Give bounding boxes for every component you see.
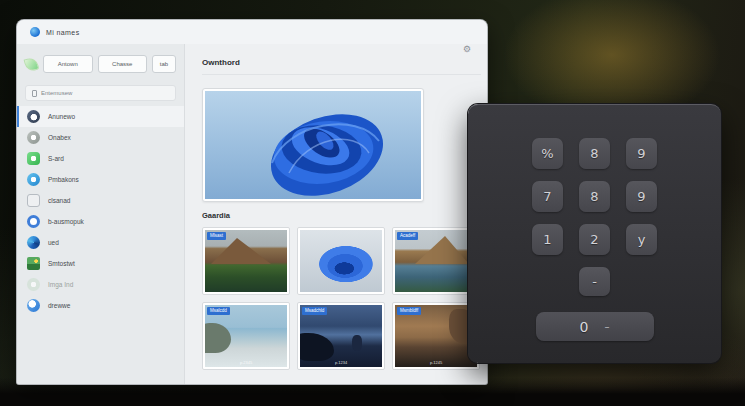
leaf-icon [24,56,40,72]
gallery-thumbnail-canyon: Msmbldff p.1245 [395,305,477,367]
sidebar-item[interactable]: Anunewo [17,106,184,127]
numpad-panel: % 8 9 7 8 9 1 2 y - 0 – [468,104,721,363]
filter-icon [32,90,37,97]
thumbnail-caption: p.2345 [240,361,252,365]
page-title: Ownthord [202,50,481,75]
sidebar-tab-row: Antown Chasse tab [17,50,184,78]
key-9[interactable]: 9 [626,181,657,212]
gallery-item[interactable]: Msalcdd p.2345 [202,302,290,370]
numpad-keys: % 8 9 7 8 9 1 2 y - [532,138,657,296]
tab-second[interactable]: Chasse [98,55,148,73]
sidebar-item-label: drewwe [48,302,70,309]
gallery-item[interactable]: Msadchld p.1234 [297,302,385,370]
sidebar-item[interactable]: ued [17,232,184,253]
faded-check-icon [27,278,40,291]
key-minus[interactable]: - [579,267,610,296]
sidebar-item[interactable]: drewwe [17,295,184,316]
ring-icon [27,215,40,228]
sidebar-item-label: Onabex [48,134,71,141]
gallery-item[interactable]: Mlsast [202,227,290,295]
sidebar-item[interactable]: clsanad [17,190,184,211]
gallery-item[interactable] [297,227,385,295]
sidebar-item-label: Pmbakons [48,176,79,183]
sidebar-item-label: S-ard [48,155,64,162]
thumbnail-badge: Msalcdd [207,307,230,315]
key-zero-label: 0 [580,319,589,335]
tab-more[interactable]: tab [152,55,176,73]
thumbnail-caption: p.1245 [430,361,442,365]
sidebar-item-label: Anunewo [48,113,75,120]
sidebar-item[interactable]: S-ard [17,148,184,169]
thumbnail-badge: Acadeff [397,232,418,240]
settings-window: Mi names ⚙ Antown Chasse tab Entemusew A… [17,20,487,384]
gallery-thumbnail-lake: Acadeff [395,230,477,292]
sidebar-nav-list: Anunewo Onabex S-ard Pmbakons clsanad [17,106,184,316]
app-logo-icon [30,27,40,37]
key-dash-label: – [604,321,609,332]
key-1[interactable]: 1 [532,224,563,255]
search-input[interactable]: Entemusew [25,85,176,101]
browser-icon [27,236,40,249]
sidebar-item-label: b-ausmopuk [48,218,84,225]
thumbnail-badge: Msadchld [302,307,327,315]
key-9-top[interactable]: 9 [626,138,657,169]
key-2[interactable]: 2 [579,224,610,255]
thumbnail-caption: p.1234 [335,361,347,365]
camera-icon [27,131,40,144]
key-8-top[interactable]: 8 [579,138,610,169]
gallery-thumbnail-blue-swirl [300,230,382,292]
window-body: Antown Chasse tab Entemusew Anunewo Onab… [17,44,487,384]
key-zero-wide[interactable]: 0 – [536,312,654,341]
globe-icon [27,299,40,312]
green-app-icon [27,152,40,165]
cloud-icon [27,110,40,123]
key-8[interactable]: 8 [579,181,610,212]
window-title: Mi names [46,29,80,36]
sidebar-item[interactable]: Pmbakons [17,169,184,190]
thumbnail-badge: Msmbldff [397,307,421,315]
tab-first[interactable]: Antown [43,55,93,73]
titlebar: Mi names [17,20,487,44]
key-percent[interactable]: % [532,138,563,169]
sidebar-item[interactable]: Imga Ind [17,274,184,295]
gallery-grid: Mlsast Acadeff [202,227,481,370]
photo-icon [27,257,40,270]
sidebar-item[interactable]: Onabex [17,127,184,148]
gallery-item[interactable]: Msmbldff p.1245 [392,302,480,370]
main-pane: Ownthord [185,44,487,384]
bloom-image [205,91,421,199]
sidebar-item[interactable]: b-ausmopuk [17,211,184,232]
gallery-thumbnail-night-shore: Msadchld p.1234 [300,305,382,367]
sidebar: Antown Chasse tab Entemusew Anunewo Onab… [17,44,185,384]
search-value: Entemusew [41,90,72,96]
hero-wallpaper-card[interactable] [202,88,424,202]
sidebar-item-label: ued [48,239,59,246]
gallery-thumbnail-beach: Msalcdd p.2345 [205,305,287,367]
sidebar-item-label: clsanad [48,197,70,204]
sidebar-item-label: Imga Ind [48,281,73,288]
sidebar-item-label: Smtostwt [48,260,75,267]
key-7[interactable]: 7 [532,181,563,212]
frame-icon [27,194,40,207]
gear-icon[interactable]: ⚙ [463,45,471,54]
gallery-thumbnail-mountain: Mlsast [205,230,287,292]
thumbnail-badge: Mlsast [207,232,226,240]
sidebar-item[interactable]: Smtostwt [17,253,184,274]
key-y[interactable]: y [626,224,657,255]
gallery-section-title: Gaardia [202,211,481,220]
gallery-item[interactable]: Acadeff [392,227,480,295]
blue-app-icon [27,173,40,186]
